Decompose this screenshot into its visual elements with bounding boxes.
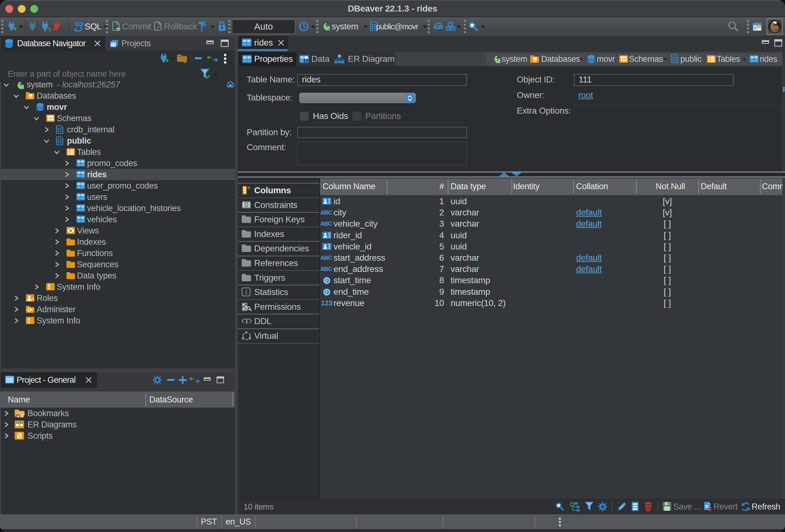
svg-text:i: i — [245, 288, 247, 295]
svg-text:T: T — [245, 317, 249, 325]
